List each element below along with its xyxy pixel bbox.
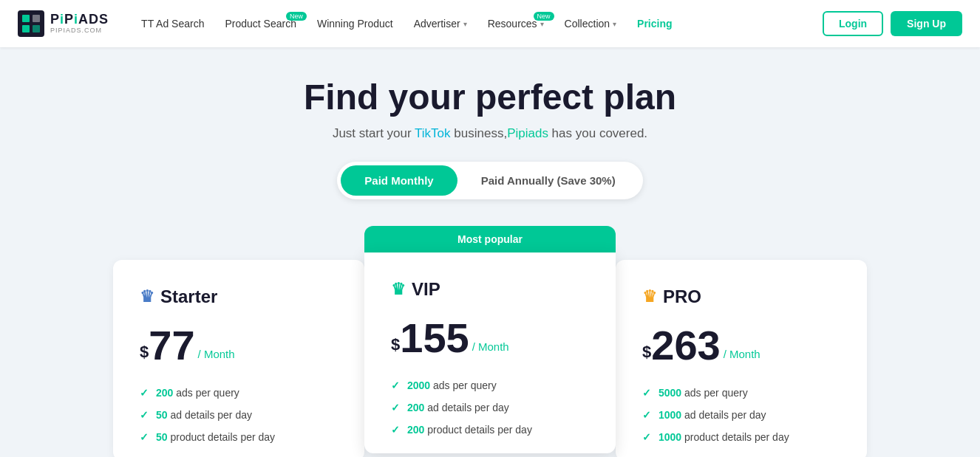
- feature-text: 50 ad details per day: [156, 409, 252, 421]
- feature-list-pro: ✓ 5000 ads per query ✓ 1000 ad details p…: [642, 387, 840, 443]
- chevron-down-icon: ▾: [540, 20, 544, 28]
- sidebar-item-pricing[interactable]: Pricing: [628, 13, 681, 34]
- price-dollar-starter: $: [140, 343, 149, 362]
- crown-icon-vip: ♛: [391, 280, 406, 299]
- feature-text: 200 ads per query: [156, 387, 239, 399]
- monthly-toggle-button[interactable]: Paid Monthly: [341, 165, 457, 196]
- feature-num: 200: [156, 387, 173, 399]
- nav-actions: Login Sign Up: [823, 11, 962, 36]
- check-icon: ✓: [140, 431, 149, 443]
- plan-title-starter: ♛ Starter: [140, 286, 338, 307]
- price-row-pro: $ 263 / Month: [642, 325, 840, 366]
- check-icon: ✓: [642, 387, 651, 399]
- feature-num: 1000: [659, 409, 681, 421]
- price-period-starter: / Month: [198, 348, 235, 360]
- sidebar-item-advertiser[interactable]: Advertiser ▾: [405, 13, 476, 34]
- feature-num: 50: [156, 409, 168, 421]
- crown-icon-starter: ♛: [140, 287, 154, 306]
- plan-name-starter: Starter: [160, 286, 217, 307]
- price-amount-pro: 263: [651, 325, 720, 366]
- check-icon: ✓: [140, 387, 149, 399]
- sidebar-item-collection[interactable]: Collection ▾: [556, 13, 625, 34]
- chevron-down-icon: ▾: [463, 20, 467, 28]
- feature-text: 2000 ads per query: [407, 379, 497, 391]
- subheadline-part2: business,: [451, 126, 508, 140]
- resources-badge: New: [534, 12, 554, 21]
- plan-name-pro: PRO: [663, 286, 701, 307]
- feature-text: 200 ad details per day: [407, 402, 509, 413]
- list-item: ✓ 200 ads per query: [140, 387, 338, 399]
- main-content: Find your perfect plan Just start your T…: [0, 47, 980, 457]
- sidebar-item-resources[interactable]: Resources ▾ New: [479, 13, 553, 34]
- feature-text: 200 product details per day: [407, 424, 532, 436]
- check-icon: ✓: [642, 431, 651, 443]
- nav-label: Product Search: [225, 18, 296, 30]
- most-popular-banner: Most popular: [364, 226, 616, 252]
- logo-main-text: PiPiADS: [50, 13, 109, 27]
- plan-title-pro: ♛ PRO: [642, 286, 840, 307]
- check-icon: ✓: [391, 402, 400, 413]
- price-row-vip: $ 155 / Month: [391, 317, 589, 359]
- billing-toggle: Paid Monthly Paid Annually (Save 30%): [337, 162, 642, 199]
- list-item: ✓ 50 product details per day: [140, 431, 338, 443]
- nav-label: Winning Product: [317, 18, 393, 30]
- sidebar-item-product-search[interactable]: Product Search New: [216, 13, 305, 34]
- subheadline: Just start your TikTok business,Pipiads …: [333, 126, 647, 141]
- feature-text: 50 product details per day: [156, 431, 275, 443]
- vip-plan-wrapper: Most popular ♛ VIP $ 155 / Month ✓ 2000 …: [364, 226, 616, 453]
- logo-icon: [18, 10, 44, 37]
- pricing-cards: ♛ Starter $ 77 / Month ✓ 200 ads per que…: [84, 226, 896, 457]
- price-amount-vip: 155: [400, 317, 469, 359]
- annually-toggle-button[interactable]: Paid Annually (Save 30%): [457, 165, 639, 196]
- feature-num: 1000: [659, 431, 681, 443]
- price-dollar-pro: $: [642, 343, 651, 362]
- check-icon: ✓: [391, 379, 400, 391]
- feature-num: 50: [156, 431, 168, 443]
- price-row-starter: $ 77 / Month: [140, 325, 338, 366]
- nav-label: Collection: [565, 18, 610, 30]
- plan-title-vip: ♛ VIP: [391, 279, 589, 300]
- product-search-badge: New: [286, 12, 307, 21]
- nav-label: Resources: [488, 18, 537, 30]
- check-icon: ✓: [391, 424, 400, 436]
- list-item: ✓ 200 product details per day: [391, 424, 589, 436]
- subheadline-tiktok: TikTok: [415, 126, 451, 140]
- starter-plan-card: ♛ Starter $ 77 / Month ✓ 200 ads per que…: [113, 260, 364, 457]
- list-item: ✓ 50 ad details per day: [140, 409, 338, 421]
- list-item: ✓ 2000 ads per query: [391, 379, 589, 391]
- feature-list-starter: ✓ 200 ads per query ✓ 50 ad details per …: [140, 387, 338, 443]
- list-item: ✓ 1000 product details per day: [642, 431, 840, 443]
- subheadline-pipiads: Pipiads: [507, 126, 548, 140]
- feature-num: 5000: [659, 387, 681, 399]
- logo[interactable]: PiPiADS PIPIADS.COM: [18, 10, 109, 37]
- page-title: Find your perfect plan: [304, 77, 676, 117]
- feature-text: 1000 ad details per day: [659, 409, 766, 421]
- logo-sub-text: PIPIADS.COM: [50, 27, 109, 35]
- pro-plan-card: ♛ PRO $ 263 / Month ✓ 5000 ads per query…: [616, 260, 867, 457]
- crown-icon-pro: ♛: [642, 287, 657, 306]
- sidebar-item-tt-ad-search[interactable]: TT Ad Search: [132, 13, 213, 34]
- chevron-down-icon: ▾: [613, 20, 616, 28]
- subheadline-part1: Just start your: [333, 126, 415, 140]
- list-item: ✓ 200 ad details per day: [391, 402, 589, 413]
- nav-links: TT Ad Search Product Search New Winning …: [132, 13, 823, 34]
- list-item: ✓ 5000 ads per query: [642, 387, 840, 399]
- svg-rect-1: [22, 15, 30, 22]
- signup-button[interactable]: Sign Up: [891, 11, 962, 36]
- sidebar-item-winning-product[interactable]: Winning Product: [308, 13, 402, 34]
- feature-num: 200: [407, 424, 424, 436]
- login-button[interactable]: Login: [823, 11, 883, 36]
- list-item: ✓ 1000 ad details per day: [642, 409, 840, 421]
- svg-rect-2: [22, 25, 30, 32]
- nav-label: TT Ad Search: [141, 18, 204, 30]
- feature-num: 2000: [407, 379, 430, 391]
- svg-rect-4: [33, 25, 40, 32]
- price-period-pro: / Month: [724, 348, 760, 360]
- subheadline-part3: has you covered.: [548, 126, 647, 140]
- logo-text: PiPiADS PIPIADS.COM: [50, 13, 109, 35]
- svg-rect-3: [33, 15, 40, 22]
- price-dollar-vip: $: [391, 335, 400, 354]
- navbar: PiPiADS PIPIADS.COM TT Ad Search Product…: [0, 0, 980, 47]
- nav-label: Advertiser: [414, 18, 460, 30]
- nav-label: Pricing: [637, 18, 672, 30]
